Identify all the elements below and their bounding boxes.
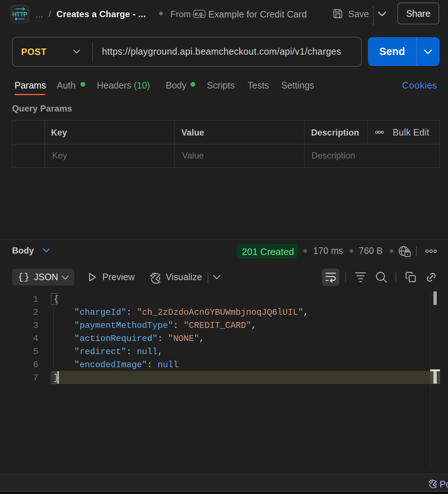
svg-text:HTTP: HTTP xyxy=(12,11,27,17)
